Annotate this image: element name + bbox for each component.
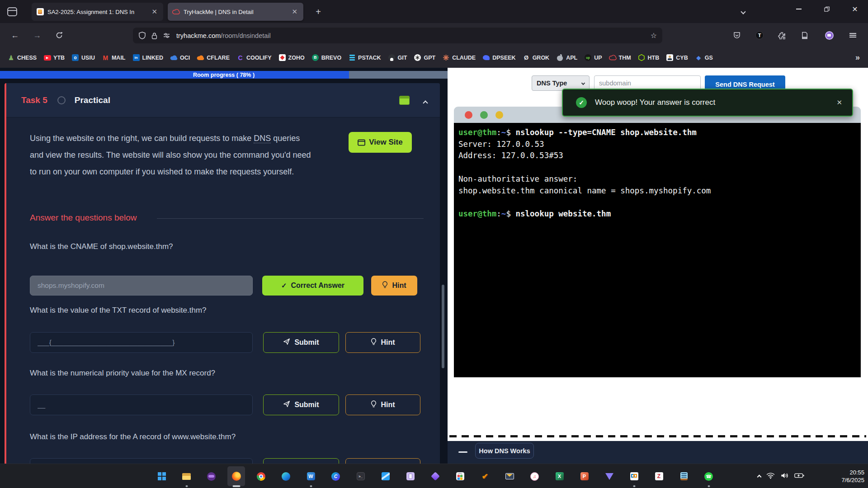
extension-purple-icon[interactable] xyxy=(822,29,836,42)
bookmark-ytb[interactable]: ▶YTB xyxy=(43,55,65,61)
bookmark-dpseek[interactable]: DPSEEK xyxy=(482,55,515,61)
reload-icon[interactable] xyxy=(52,29,66,42)
bookmark-up[interactable]: upUP xyxy=(584,54,602,61)
bookmark-coolify[interactable]: CCOOLIFY xyxy=(236,55,272,61)
correct-answer-button[interactable]: ✓Correct Answer xyxy=(262,276,363,296)
taskbar-excel-icon[interactable]: X xyxy=(547,464,572,488)
bookmark-cflare[interactable]: CFLARE xyxy=(197,55,230,61)
terminal-close-dot-icon[interactable] xyxy=(465,111,472,119)
tab-assignment[interactable]: SA2-2025: Assignment 1: DNS In ✕ xyxy=(32,3,163,21)
submit-button[interactable]: Submit xyxy=(263,332,339,353)
lock-icon[interactable] xyxy=(151,32,157,39)
bookmark-htb[interactable]: HTB xyxy=(638,54,660,61)
menu-hamburger-icon[interactable] xyxy=(845,29,860,42)
tab-list-chevron-icon[interactable] xyxy=(741,7,745,15)
split-view-window-icon[interactable] xyxy=(399,96,410,105)
taskbar-canva-icon[interactable]: C xyxy=(323,464,348,488)
terminal-minimize-dot-icon[interactable] xyxy=(495,111,503,119)
terminal-output[interactable]: user@thm:~$ nslookup --type=CNAME shop.w… xyxy=(454,123,861,377)
bookmark-gs[interactable]: ◆GS xyxy=(695,55,713,61)
taskbar-chrome-icon[interactable] xyxy=(249,464,274,488)
taskbar-goggles-app-icon[interactable] xyxy=(199,464,224,488)
task-header[interactable]: Task 5 Practical xyxy=(6,83,440,117)
taskbar-todo-check-icon[interactable]: ✔ xyxy=(472,464,497,488)
extension-t-icon[interactable]: T xyxy=(752,29,767,42)
taskbar-mail-icon[interactable] xyxy=(497,464,522,488)
forward-icon[interactable]: → xyxy=(30,29,44,42)
view-site-button[interactable]: View Site xyxy=(349,132,412,153)
bookmark-star-icon[interactable]: ☆ xyxy=(651,31,657,40)
question-3-answer-input[interactable] xyxy=(30,394,253,415)
permissions-sliders-icon[interactable] xyxy=(163,33,170,38)
bookmark-oci[interactable]: OCI xyxy=(170,55,190,61)
bookmark-thm[interactable]: THM xyxy=(609,55,631,61)
bookmark-gpt[interactable]: GPT xyxy=(414,54,435,61)
question-2-answer-input[interactable] xyxy=(30,332,253,353)
bookmark-mail[interactable]: MMAIL xyxy=(102,55,126,61)
question-4-answer-input[interactable] xyxy=(30,458,253,464)
bookmark-usiu[interactable]: oUSIU xyxy=(71,54,95,61)
submit-button[interactable]: Submit xyxy=(263,458,339,464)
terminal-maximize-dot-icon[interactable] xyxy=(480,111,488,119)
window-close-button[interactable]: ✕ xyxy=(844,0,865,18)
taskbar-phone-link-icon[interactable] xyxy=(398,464,423,488)
tab-close-icon[interactable]: ✕ xyxy=(150,8,159,16)
taskbar-notepad-icon[interactable] xyxy=(671,464,696,488)
taskbar-edge-icon[interactable] xyxy=(274,464,298,488)
pocket-icon[interactable] xyxy=(730,29,744,42)
taskbar-obsidian-icon[interactable] xyxy=(423,464,448,488)
bookmark-zoho[interactable]: ZOHO xyxy=(278,54,305,61)
bookmark-cyb[interactable]: CYB xyxy=(666,54,688,61)
tab-tryhackme-active[interactable]: TryHackMe | DNS in Detail ✕ xyxy=(168,3,303,21)
collapse-chevron-icon[interactable] xyxy=(424,99,427,107)
bookmark-git[interactable]: GIT xyxy=(388,54,407,61)
bookmark-grok[interactable]: ØGROK xyxy=(523,55,550,61)
tab-close-icon[interactable]: ✕ xyxy=(290,8,299,16)
taskbar-terminal-icon[interactable]: >_ xyxy=(348,464,373,488)
wifi-icon[interactable] xyxy=(766,472,775,481)
bookmarks-overflow-icon[interactable]: » xyxy=(855,53,860,62)
url-bar[interactable]: tryhackme.com/room/dnsindetail ☆ xyxy=(133,28,662,43)
window-minimize-button[interactable] xyxy=(788,0,809,18)
window-restore-button[interactable] xyxy=(816,0,837,18)
terminal-output-line: Address: 127.0.0.53#53 xyxy=(458,150,856,162)
tray-chevron-up-icon[interactable] xyxy=(758,472,761,480)
hint-button[interactable]: Hint xyxy=(345,458,420,464)
taskbar-itunes-icon[interactable]: ♫ xyxy=(522,464,547,488)
hint-button[interactable]: Hint xyxy=(371,276,417,296)
hint-button[interactable]: Hint xyxy=(345,394,420,415)
how-dns-works-tab[interactable]: How DNS Works xyxy=(475,443,534,459)
reader-page-icon[interactable] xyxy=(797,29,812,42)
taskbar-zotero-icon[interactable]: Z xyxy=(646,464,671,488)
taskbar-word-icon[interactable]: W xyxy=(298,464,323,488)
bookmark-apl[interactable]: APL xyxy=(556,54,577,61)
taskbar-powerpoint-icon[interactable]: P xyxy=(572,464,597,488)
bookmark-brevo[interactable]: BBREVO xyxy=(311,54,341,61)
taskbar-ms-store-icon[interactable] xyxy=(448,464,472,488)
back-icon[interactable]: ← xyxy=(8,29,22,42)
shield-icon[interactable] xyxy=(139,32,146,39)
battery-charging-icon[interactable] xyxy=(794,472,804,480)
bookmark-pstack[interactable]: PSTACK xyxy=(348,55,381,61)
taskbar-clock[interactable]: 20:55 7/6/2025 xyxy=(841,464,864,488)
firefox-view-icon[interactable] xyxy=(6,6,18,18)
submit-button[interactable]: Submit xyxy=(263,394,339,415)
taskbar-start-icon[interactable] xyxy=(149,464,174,488)
bookmark-claude[interactable]: CLAUDE xyxy=(442,55,476,61)
taskbar-proton-vpn-icon[interactable] xyxy=(597,464,622,488)
hint-button[interactable]: Hint xyxy=(345,332,420,353)
taskbar-whatsapp-icon[interactable]: ☎ xyxy=(696,464,721,488)
bookmark-chess[interactable]: ♟CHESS xyxy=(7,54,37,61)
taskbar-vscode-icon[interactable] xyxy=(373,464,398,488)
question-1-answer-input[interactable] xyxy=(30,276,253,296)
bookmark-linked[interactable]: inLINKED xyxy=(132,54,164,61)
minimize-dash-icon[interactable] xyxy=(458,451,467,453)
left-panel-scrollbar[interactable] xyxy=(442,285,444,368)
new-tab-button[interactable]: + xyxy=(312,5,325,18)
extensions-puzzle-icon[interactable] xyxy=(774,29,789,42)
taskbar-vmware-icon[interactable] xyxy=(622,464,646,488)
toast-close-icon[interactable]: ✕ xyxy=(836,99,842,107)
taskbar-file-explorer-icon[interactable] xyxy=(174,464,199,488)
taskbar-firefox-icon[interactable] xyxy=(224,464,249,488)
volume-icon[interactable] xyxy=(780,472,789,481)
